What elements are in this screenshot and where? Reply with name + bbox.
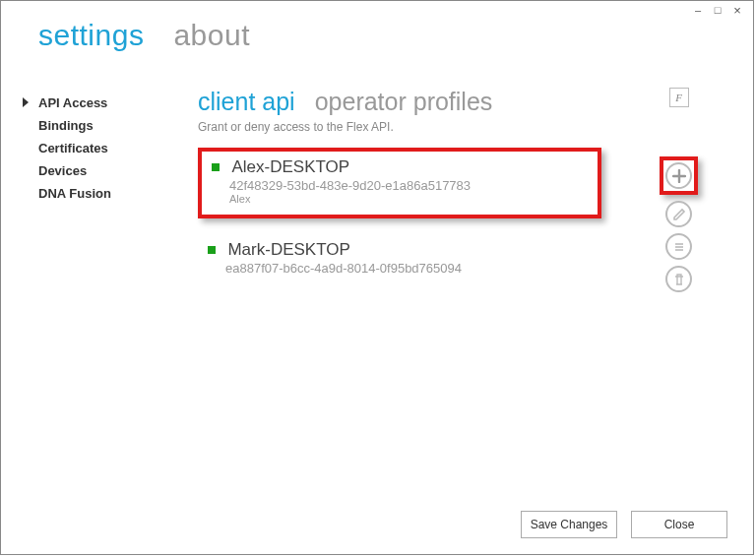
section-subtitle: Grant or deny access to the Flex API. [198, 120, 733, 134]
top-tabs: settings about [38, 19, 250, 52]
sidebar-item-label: DNA Fusion [38, 186, 111, 201]
close-window-button[interactable]: × [731, 5, 743, 17]
tab-about[interactable]: about [173, 19, 250, 52]
section-heads: client api operator profiles [198, 88, 733, 116]
delete-icon [672, 273, 686, 286]
client-name: Mark-DESKTOP [227, 240, 349, 259]
add-button-highlight [660, 156, 698, 195]
footer-buttons: Save Changes Close [521, 511, 727, 538]
delete-button[interactable] [665, 266, 692, 292]
client-guid: 42f48329-53bd-483e-9d20-e1a86a517783 [229, 178, 588, 193]
client-item[interactable]: Alex-DESKTOP 42f48329-53bd-483e-9d20-e1a… [198, 148, 601, 218]
minimize-button[interactable]: – [692, 5, 704, 17]
client-list: Alex-DESKTOP 42f48329-53bd-483e-9d20-e1a… [198, 148, 733, 285]
tab-settings[interactable]: settings [38, 19, 144, 52]
sidebar-item-devices[interactable]: Devices [21, 159, 168, 182]
main-panel: client api operator profiles Grant or de… [198, 88, 733, 495]
edit-icon [672, 208, 686, 221]
sidebar: API Access Bindings Certificates Devices… [21, 92, 168, 205]
chevron-right-icon [23, 97, 29, 107]
add-button[interactable] [665, 162, 692, 189]
filter-button[interactable]: F [669, 88, 689, 107]
section-head-operator-profiles[interactable]: operator profiles [315, 88, 493, 116]
client-name: Alex-DESKTOP [231, 157, 349, 176]
edit-button[interactable] [665, 201, 692, 227]
sidebar-item-label: Bindings [38, 118, 94, 133]
sidebar-item-label: Devices [38, 163, 87, 178]
sidebar-item-certificates[interactable]: Certificates [21, 137, 168, 159]
client-owner: Alex [229, 193, 588, 205]
sidebar-item-label: Certificates [38, 141, 108, 155]
status-dot-icon [208, 246, 216, 254]
add-icon [672, 169, 686, 183]
list-icon [672, 240, 686, 254]
action-icon-column: F [660, 88, 698, 292]
sidebar-item-label: API Access [38, 95, 107, 110]
client-item[interactable]: Mark-DESKTOP ea887f07-b6cc-4a9d-8014-0f9… [198, 234, 733, 285]
settings-window: – □ × settings about API Access Bindings… [0, 0, 754, 555]
close-button[interactable]: Close [631, 511, 727, 538]
list-button[interactable] [665, 233, 692, 260]
sidebar-item-api-access[interactable]: API Access [21, 92, 168, 114]
section-head-client-api[interactable]: client api [198, 88, 295, 116]
window-controls: – □ × [692, 5, 743, 17]
sidebar-item-dna-fusion[interactable]: DNA Fusion [21, 182, 168, 205]
maximize-button[interactable]: □ [712, 5, 724, 17]
client-guid: ea887f07-b6cc-4a9d-8014-0f95bd765094 [225, 261, 724, 276]
status-dot-icon [212, 163, 220, 171]
sidebar-item-bindings[interactable]: Bindings [21, 114, 168, 137]
save-changes-button[interactable]: Save Changes [521, 511, 617, 538]
